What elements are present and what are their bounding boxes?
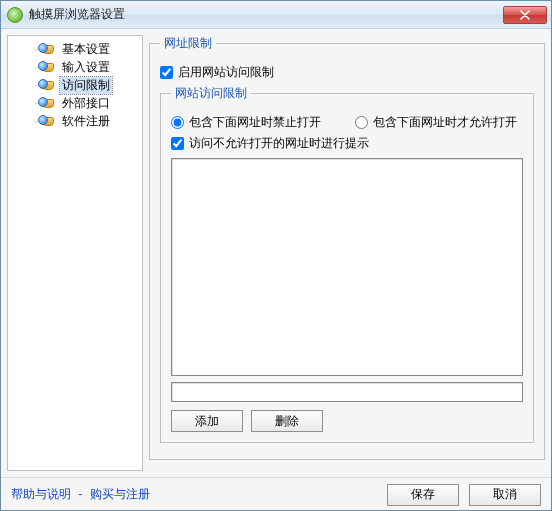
site-access-group: 网站访问限制 包含下面网址时禁止打开 包含下面网址时才允许打开 访问不允许打开的…	[160, 85, 534, 443]
sidebar-item-label: 输入设置	[60, 59, 112, 76]
enable-restriction-label: 启用网站访问限制	[178, 64, 274, 81]
settings-node-icon	[40, 41, 56, 57]
url-restriction-group: 网址限制 启用网站访问限制 网站访问限制 包含下面网址时禁止打开 包含下面网址时…	[149, 35, 545, 460]
settings-node-icon	[40, 95, 56, 111]
settings-node-icon	[40, 59, 56, 75]
sidebar-item-label: 外部接口	[60, 95, 112, 112]
tree-connector-icon: ┈	[20, 98, 40, 109]
help-link[interactable]: 帮助与说明	[11, 487, 71, 501]
sidebar-item-register[interactable]: ┈ 软件注册	[10, 112, 140, 130]
close-button[interactable]	[503, 6, 547, 24]
mode-block-radio[interactable]	[171, 116, 184, 129]
mode-allow-label: 包含下面网址时才允许打开	[373, 114, 517, 131]
tree-connector-icon: ┈	[20, 116, 40, 127]
sidebar-item-access[interactable]: ┈ 访问限制	[10, 76, 140, 94]
site-access-legend: 网站访问限制	[171, 85, 251, 102]
footer-bar: 帮助与说明 - 购买与注册 保存 取消	[1, 477, 551, 511]
settings-node-icon	[40, 77, 56, 93]
sidebar-item-label: 基本设置	[60, 41, 112, 58]
sidebar-item-basic[interactable]: ┈ 基本设置	[10, 40, 140, 58]
url-input-field[interactable]	[171, 382, 523, 402]
settings-node-icon	[40, 113, 56, 129]
sidebar-item-external[interactable]: ┈ 外部接口	[10, 94, 140, 112]
content-panel: 网址限制 启用网站访问限制 网站访问限制 包含下面网址时禁止打开 包含下面网址时…	[149, 35, 545, 471]
mode-allow-radio[interactable]	[355, 116, 368, 129]
tree-connector-icon: ┈	[20, 80, 40, 91]
app-icon	[7, 7, 23, 23]
tree-connector-icon: ┈	[20, 62, 40, 73]
link-separator: -	[78, 487, 82, 501]
add-button[interactable]: 添加	[171, 410, 243, 432]
buy-link[interactable]: 购买与注册	[90, 487, 150, 501]
sidebar-tree: ┈ 基本设置 ┈ 输入设置 ┈ 访问限制 ┈ 外部接口 ┈ 软件注册	[7, 35, 143, 471]
mode-block-label: 包含下面网址时禁止打开	[189, 114, 321, 131]
tree-connector-icon: ┈	[20, 44, 40, 55]
close-icon	[520, 10, 530, 20]
cancel-button[interactable]: 取消	[469, 484, 541, 506]
url-list-box[interactable]	[171, 158, 523, 376]
window-title: 触摸屏浏览器设置	[29, 6, 503, 23]
prompt-checkbox[interactable]	[171, 137, 184, 150]
title-bar: 触摸屏浏览器设置	[1, 1, 551, 29]
sidebar-item-label: 软件注册	[60, 113, 112, 130]
prompt-label: 访问不允许打开的网址时进行提示	[189, 135, 369, 152]
delete-button[interactable]: 删除	[251, 410, 323, 432]
sidebar-item-label: 访问限制	[60, 77, 112, 94]
sidebar-item-input[interactable]: ┈ 输入设置	[10, 58, 140, 76]
url-restriction-legend: 网址限制	[160, 35, 216, 52]
save-button[interactable]: 保存	[387, 484, 459, 506]
enable-restriction-checkbox[interactable]	[160, 66, 173, 79]
